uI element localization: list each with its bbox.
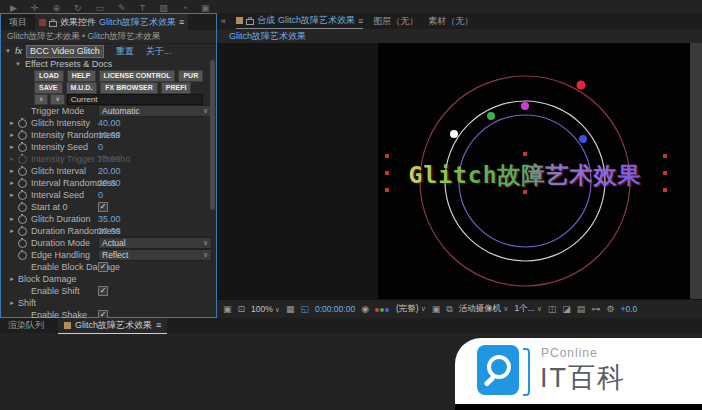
- stopwatch-icon[interactable]: [18, 167, 27, 176]
- section-arrow-icon[interactable]: ▼: [15, 61, 21, 67]
- panel-menu-icon[interactable]: ≡: [358, 16, 363, 26]
- roi-icon[interactable]: ◱: [300, 304, 309, 314]
- always-preview-icon[interactable]: ▣: [223, 304, 232, 314]
- timeline-jump-icon[interactable]: ▤: [577, 304, 586, 314]
- preferences-button[interactable]: PREFI: [161, 82, 192, 94]
- purchase-button[interactable]: PUR: [178, 70, 203, 82]
- transparency-grid-icon[interactable]: ⧉: [446, 304, 452, 315]
- comp-navigator-item[interactable]: Glitch故障艺术效果: [229, 30, 306, 43]
- param-value[interactable]: 20.00: [98, 226, 121, 236]
- camera-view-select[interactable]: 活动摄像机∨: [459, 303, 509, 315]
- preset-next-button[interactable]: ∨: [50, 94, 64, 105]
- license-control-button[interactable]: LICENSE CONTROL: [99, 70, 176, 82]
- param-value[interactable]: 40.00: [98, 118, 121, 128]
- expand-arrow-icon[interactable]: ►: [9, 120, 18, 126]
- collapse-panel-icon[interactable]: «: [221, 16, 226, 26]
- tab-comp-name: Glitch故障艺术效果: [99, 16, 176, 29]
- expand-arrow-icon[interactable]: ►: [9, 132, 18, 138]
- param-value[interactable]: 20.00: [98, 166, 121, 176]
- target-region-icon[interactable]: ▣: [432, 304, 441, 314]
- type-tool-icon[interactable]: T: [140, 3, 146, 13]
- stopwatch-icon[interactable]: [18, 227, 27, 236]
- composition-canvas[interactable]: Glitch故障艺术效果 Glitch故障艺术效果: [378, 43, 690, 299]
- expand-arrow-icon[interactable]: ►: [9, 168, 18, 174]
- fx-browser-button[interactable]: FX BROWSER: [100, 82, 157, 94]
- tab-render-queue[interactable]: 渲染队列: [8, 319, 44, 332]
- expand-arrow-icon[interactable]: ►: [9, 180, 18, 186]
- grid-guides-icon[interactable]: ▦: [286, 304, 295, 314]
- expand-arrow-icon[interactable]: ►: [9, 192, 18, 198]
- flowchart-icon[interactable]: ⊶: [591, 304, 600, 314]
- param-value[interactable]: 0: [98, 190, 103, 200]
- expand-arrow-icon[interactable]: ►: [9, 228, 18, 234]
- brush-tool-icon[interactable]: ▧: [159, 3, 168, 13]
- tab-composition[interactable]: 合成 Glitch故障艺术效果 ≡: [236, 13, 363, 29]
- rotate-tool-icon[interactable]: ↻: [74, 3, 82, 13]
- fast-previews-icon[interactable]: ◪: [562, 304, 571, 314]
- stopwatch-icon[interactable]: [18, 251, 27, 260]
- trigger-mode-select[interactable]: Automatic ∨: [98, 105, 212, 117]
- tab-footage[interactable]: 素材（无）: [428, 15, 473, 28]
- param-value[interactable]: 10.00: [98, 130, 121, 140]
- load-button[interactable]: LOAD: [34, 70, 64, 82]
- expand-arrow-icon[interactable]: ►: [9, 216, 18, 222]
- stopwatch-icon[interactable]: [18, 131, 27, 140]
- puppet-tool-icon[interactable]: ◔: [182, 3, 187, 13]
- param-checkbox[interactable]: ✓: [98, 262, 108, 272]
- zoom-select[interactable]: 100%∨: [251, 304, 280, 314]
- timeline-tabbar: 渲染队列 Glitch故障艺术效果 ≡: [0, 318, 702, 333]
- stopwatch-icon[interactable]: [18, 179, 27, 188]
- show-channel-icon[interactable]: [375, 304, 390, 314]
- zoom-tool-icon[interactable]: ⊕: [52, 3, 60, 13]
- magnification-icon[interactable]: ⊡: [238, 304, 246, 314]
- pixel-aspect-icon[interactable]: ◫: [548, 304, 557, 314]
- camera-tool-icon[interactable]: ▣: [201, 3, 210, 13]
- edge-handling-select[interactable]: Reflect∨: [98, 249, 212, 261]
- preset-prev-button[interactable]: ∧: [34, 94, 48, 105]
- stopwatch-icon[interactable]: [18, 119, 27, 128]
- view-layout-select[interactable]: 1个...∨: [514, 303, 541, 315]
- about-link[interactable]: 关于...: [146, 45, 172, 58]
- stopwatch-icon[interactable]: [18, 143, 27, 152]
- panel-menu-icon[interactable]: ≡: [156, 320, 161, 330]
- expand-arrow-icon[interactable]: ►: [9, 276, 18, 282]
- tab-project[interactable]: 项目: [1, 16, 35, 29]
- panel-menu-icon[interactable]: ≡: [179, 17, 184, 27]
- stopwatch-icon[interactable]: [18, 203, 27, 212]
- mud-button[interactable]: M.U.D.: [66, 82, 98, 94]
- param-value[interactable]: 0: [98, 142, 103, 152]
- presets-header-label: Effect Presets & Docs: [25, 59, 112, 69]
- snapshot-icon[interactable]: ◉: [361, 304, 369, 314]
- preset-name-field[interactable]: Current: [67, 94, 203, 105]
- duration-mode-select[interactable]: Actual∨: [98, 237, 212, 249]
- collapse-arrow-icon[interactable]: ▼: [5, 48, 11, 54]
- expand-arrow-icon[interactable]: ►: [9, 144, 18, 150]
- tab-timeline-comp[interactable]: Glitch故障艺术效果 ≡: [58, 318, 167, 334]
- effect-name[interactable]: BCC Video Glitch: [26, 45, 104, 58]
- tab-layer[interactable]: 图层（无）: [373, 15, 418, 28]
- reset-link[interactable]: 重置: [116, 45, 134, 58]
- param-checkbox[interactable]: ✓: [98, 286, 108, 296]
- mask-tool-icon[interactable]: ▭: [96, 3, 105, 13]
- stopwatch-icon[interactable]: [18, 239, 27, 248]
- hand-tool-icon[interactable]: ✛: [31, 3, 39, 13]
- tab-effect-controls[interactable]: 效果控件 Glitch故障艺术效果 ≡: [35, 14, 188, 30]
- exposure-value[interactable]: +0.0: [620, 304, 637, 314]
- expand-arrow-icon[interactable]: ►: [9, 300, 18, 306]
- exposure-reset-icon[interactable]: ⚙: [606, 304, 614, 314]
- save-button[interactable]: SAVE: [34, 82, 63, 94]
- pen-tool-icon[interactable]: ✎: [118, 3, 126, 13]
- viewer-timecode[interactable]: 0:00:00:00: [315, 304, 355, 314]
- trigger-mode-label: Trigger Mode: [31, 106, 84, 116]
- stopwatch-icon[interactable]: [18, 191, 27, 200]
- glitch-text[interactable]: Glitch故障艺术效果: [408, 162, 641, 188]
- selection-tool-icon[interactable]: ▶: [10, 3, 17, 13]
- panel-scrollbar[interactable]: [210, 60, 215, 210]
- stopwatch-icon[interactable]: [18, 215, 27, 224]
- param-checkbox[interactable]: ✓: [98, 202, 108, 212]
- param-value[interactable]: 20.00: [98, 178, 121, 188]
- param-value[interactable]: 35.00: [98, 214, 121, 224]
- help-button[interactable]: HELP: [67, 70, 96, 82]
- fx-badge: fx: [15, 46, 22, 56]
- resolution-select[interactable]: (完整)∨: [396, 303, 426, 315]
